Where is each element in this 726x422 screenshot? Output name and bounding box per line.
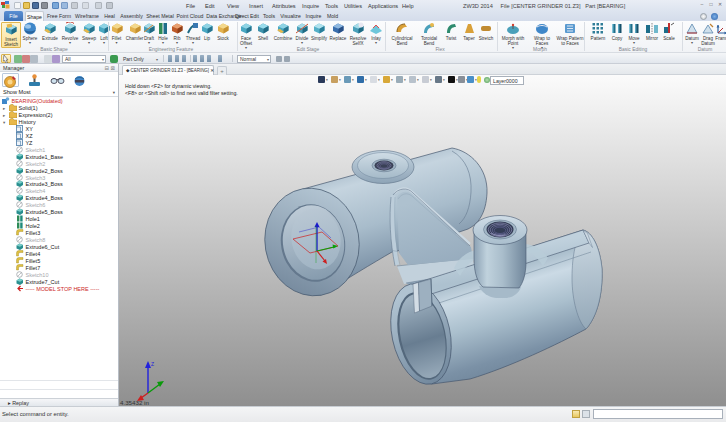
svg-text:Z: Z xyxy=(151,361,154,367)
